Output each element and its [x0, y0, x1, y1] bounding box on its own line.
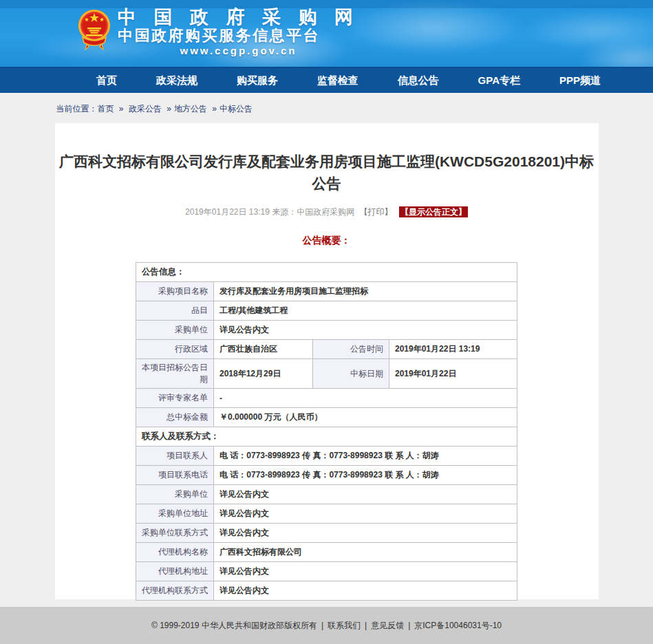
site-url: www.ccgp.gov.cn	[118, 44, 359, 58]
table-row: 代理机构地址 详见公告内文	[136, 562, 517, 581]
breadcrumb-home[interactable]: 首页	[98, 104, 114, 114]
row-label: 中标日期	[313, 359, 389, 389]
article-source: 来源：中国政府采购网	[272, 207, 354, 217]
breadcrumb: 当前位置：首页 » 政采公告 »地方公告 »中标公告	[55, 93, 599, 123]
footer-feedback-link[interactable]: 意见反馈	[371, 620, 404, 632]
section-heading: 公告信息：	[136, 263, 517, 282]
site-subtitle: 中国政府购买服务信息平台	[118, 28, 359, 44]
print-button[interactable]: 【打印】	[360, 207, 393, 217]
breadcrumb-separator: »	[167, 104, 171, 114]
row-value: ￥0.000000 万元（人民币）	[214, 408, 517, 427]
row-value: 2018年12月29日	[214, 359, 313, 389]
article-meta: 2019年01月22日 13:19 来源：中国政府采购网 【打印】 【显示公告正…	[55, 206, 599, 218]
row-value: -	[214, 389, 517, 408]
cloud-decoration	[344, 0, 523, 55]
row-value: 详见公告内文	[214, 485, 517, 504]
footer-contact-link[interactable]: 联系我们	[328, 620, 361, 632]
table-row: 项目联系电话 电 话：0773-8998923 传 真：0773-8998923…	[136, 466, 517, 485]
nav-item-home[interactable]: 首页	[96, 74, 117, 87]
table-row: 评审专家名单 -	[136, 389, 517, 408]
nav-item-purchase[interactable]: 购买服务	[237, 74, 278, 87]
row-label: 代理机构名称	[136, 543, 214, 562]
row-label: 评审专家名单	[136, 389, 214, 408]
content-panel: 广西科文招标有限公司发行库及配套业务用房项目施工监理(KWCD5G2018201…	[55, 123, 599, 599]
table-row: 代理机构联系方式 详见公告内文	[136, 581, 517, 601]
row-value: 详见公告内文	[214, 562, 517, 581]
nav-item-gpa[interactable]: GPA专栏	[478, 74, 520, 87]
row-value: 2019年01月22日	[389, 359, 517, 389]
row-value: 详见公告内文	[214, 524, 517, 543]
nav-item-supervision[interactable]: 监督检查	[317, 74, 358, 87]
row-value: 工程/其他建筑工程	[214, 301, 517, 321]
table-row: 采购单位 详见公告内文	[136, 321, 517, 340]
nav-item-announcements[interactable]: 信息公告	[398, 74, 439, 87]
table-row: 采购项目名称 发行库及配套业务用房项目施工监理招标	[136, 282, 517, 301]
row-label: 项目联系电话	[136, 466, 214, 485]
breadcrumb-procurement-notices[interactable]: 政采公告	[129, 104, 162, 114]
footer-copyright: © 1999-2019 中华人民共和国财政部版权所有	[151, 620, 317, 632]
nav-item-ppp[interactable]: PPP频道	[559, 74, 601, 87]
publish-time: 2019年01月22日 13:19	[185, 207, 270, 217]
row-value: 电 话：0773-8998923 传 真：0773-8998923 联 系 人：…	[214, 466, 517, 485]
row-label: 代理机构地址	[136, 562, 214, 581]
site-footer: © 1999-2019 中华人民共和国财政部版权所有 | 联系我们 | 意见反馈…	[0, 607, 653, 644]
nav-item-regulations[interactable]: 政采法规	[156, 74, 197, 87]
table-row: 采购单位联系方式 详见公告内文	[136, 524, 517, 543]
row-value: 2019年01月22日 13:19	[389, 340, 517, 359]
row-label: 行政区域	[136, 340, 214, 359]
show-full-notice-button[interactable]: 【显示公告正文】	[399, 206, 468, 217]
national-emblem-icon	[77, 7, 111, 58]
row-label: 本项目招标公告日期	[136, 359, 214, 389]
table-row: 代理机构名称 广西科文招标有限公司	[136, 543, 517, 562]
row-label: 公告时间	[313, 340, 389, 359]
footer-icp-number: 京ICP备10046031号-10	[414, 620, 502, 632]
table-row: 采购单位地址 详见公告内文	[136, 504, 517, 524]
row-label: 采购单位	[136, 485, 214, 504]
site-title: 中 国 政 府 采 购 网	[118, 7, 359, 28]
row-label: 采购单位联系方式	[136, 524, 214, 543]
row-label: 采购单位	[136, 321, 214, 340]
main-nav: 首页 政采法规 购买服务 监督检查 信息公告 GPA专栏 PPP频道	[0, 67, 653, 93]
footer-separator: |	[365, 621, 367, 630]
footer-separator: |	[321, 621, 323, 630]
row-label: 品目	[136, 301, 214, 321]
breadcrumb-prefix: 当前位置：	[56, 104, 98, 114]
row-value: 发行库及配套业务用房项目施工监理招标	[214, 282, 517, 301]
table-row: 品目 工程/其他建筑工程	[136, 301, 517, 321]
site-header: 中 国 政 府 采 购 网 中国政府购买服务信息平台 www.ccgp.gov.…	[0, 0, 653, 67]
footer-gap	[0, 599, 653, 607]
row-label: 采购项目名称	[136, 282, 214, 301]
summary-heading: 公告概要：	[55, 235, 599, 247]
table-section-row: 联系人及联系方式：	[136, 427, 517, 447]
breadcrumb-separator: »	[212, 104, 217, 114]
table-section-row: 公告信息：	[136, 263, 517, 282]
section-heading: 联系人及联系方式：	[136, 427, 517, 447]
row-value: 详见公告内文	[214, 581, 517, 601]
row-label: 项目联系人	[136, 447, 214, 466]
breadcrumb-separator: »	[119, 104, 124, 114]
row-label: 代理机构联系方式	[136, 581, 214, 601]
table-row: 项目联系人 电 话：0773-8998923 传 真：0773-8998923 …	[136, 447, 517, 466]
row-value: 详见公告内文	[214, 321, 517, 340]
breadcrumb-local-notices[interactable]: 地方公告	[174, 104, 207, 114]
table-row: 总中标金额 ￥0.000000 万元（人民币）	[136, 408, 517, 427]
page-title: 广西科文招标有限公司发行库及配套业务用房项目施工监理(KWCD5G2018201…	[55, 151, 599, 195]
row-value: 广西壮族自治区	[214, 340, 313, 359]
row-value: 详见公告内文	[214, 504, 517, 524]
table-row: 本项目招标公告日期 2018年12月29日 中标日期 2019年01月22日	[136, 359, 517, 389]
site-logo[interactable]: 中 国 政 府 采 购 网 中国政府购买服务信息平台 www.ccgp.gov.…	[77, 7, 359, 58]
row-label: 采购单位地址	[136, 504, 214, 524]
table-row: 行政区域 广西壮族自治区 公告时间 2019年01月22日 13:19	[136, 340, 517, 359]
table-row: 采购单位 详见公告内文	[136, 485, 517, 504]
footer-separator: |	[408, 621, 410, 630]
announcement-info-table: 公告信息： 采购项目名称 发行库及配套业务用房项目施工监理招标 品目 工程/其他…	[136, 262, 517, 601]
row-value: 电 话：0773-8998923 传 真：0773-8998923 联 系 人：…	[214, 447, 517, 466]
breadcrumb-award-notices[interactable]: 中标公告	[220, 104, 253, 114]
row-label: 总中标金额	[136, 408, 214, 427]
row-value: 广西科文招标有限公司	[214, 543, 517, 562]
